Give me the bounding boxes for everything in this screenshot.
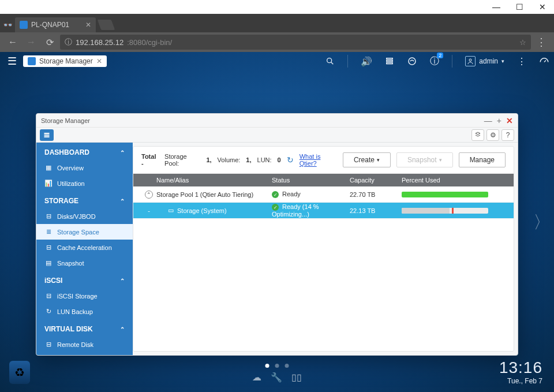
iscsi-icon: ⊟ (44, 292, 53, 300)
snapshot-button[interactable]: Snapshot▾ (396, 152, 453, 167)
help-button[interactable]: ? (501, 129, 514, 141)
book-icon[interactable]: ▯▯ (291, 372, 302, 383)
sidebar-item[interactable]: ▦Overview (36, 160, 133, 176)
table-row[interactable]: ⌃Storage Pool 1 (Qtier Auto Tiering)✓Rea… (133, 186, 514, 203)
svg-rect-8 (44, 133, 50, 134)
tab-close-icon[interactable]: ✕ (85, 21, 91, 29)
refresh-icon[interactable]: ↻ (287, 155, 294, 165)
sidebar-item[interactable]: ⊟iSCSI Storage (36, 288, 133, 304)
tasks-icon[interactable] (385, 57, 394, 66)
svg-point-5 (409, 58, 415, 65)
sidebar-section-header[interactable]: VIRTUAL DISK⌃ (36, 319, 133, 337)
separator (452, 55, 452, 68)
create-button[interactable]: Create▾ (343, 152, 391, 167)
pools-label: Storage Pool: (164, 153, 200, 167)
bookmark-star-icon[interactable]: ☆ (519, 38, 526, 47)
new-tab-button[interactable] (98, 20, 115, 30)
app-window-tab[interactable]: Storage Manager ✕ (23, 55, 107, 67)
sidebar-item[interactable]: ⊟Remote Disk (36, 337, 133, 352)
caret-down-icon: ▾ (439, 157, 442, 163)
qtier-help-link[interactable]: What is Qtier? (300, 153, 337, 167)
expand-toggle-icon[interactable]: ⌃ (145, 191, 153, 199)
pager-dot[interactable] (285, 364, 289, 368)
window-toolbar: ⚙ ? (36, 128, 518, 143)
sidebar: DASHBOARD⌃▦Overview📊UtilizationSTORAGE⌃⊟… (36, 143, 133, 355)
total-label: Total - (141, 153, 159, 167)
cell-status: ✓Ready (14 % Optimizing...) (272, 203, 350, 218)
sidebar-item[interactable]: ↻LUN Backup (36, 304, 133, 319)
table-body: ⌃Storage Pool 1 (Qtier Auto Tiering)✓Rea… (133, 186, 514, 219)
sidebar-item[interactable]: ⊟Disks/VJBOD (36, 208, 133, 224)
pager-dot[interactable] (275, 364, 279, 368)
usage-bar (402, 208, 488, 214)
window-minimize-button[interactable]: — (485, 0, 508, 14)
volume-icon[interactable]: 🔊 (361, 56, 372, 67)
sidebar-section-header[interactable]: DASHBOARD⌃ (36, 143, 133, 160)
key-icon[interactable]: 🔧 (271, 372, 282, 383)
devices-icon[interactable] (407, 56, 417, 66)
svg-rect-3 (387, 61, 393, 62)
lun-backup-icon: ↻ (44, 308, 53, 315)
notification-badge: 2 (437, 53, 443, 58)
sidebar-item-label: Utilization (57, 180, 85, 187)
reload-button[interactable]: ⟳ (42, 34, 58, 50)
url-host: 192.168.25.12 (76, 38, 123, 47)
sidebar-item[interactable]: 📊Utilization (36, 176, 133, 191)
status-ok-icon: ✓ (272, 204, 279, 211)
storage-space-icon: ≣ (44, 228, 53, 236)
forward-button[interactable]: → (23, 34, 39, 50)
dashboard-meter-icon[interactable] (539, 56, 549, 66)
window-close-x-icon[interactable]: ✕ (506, 116, 513, 125)
sidebar-item[interactable]: ⊟External Device (36, 352, 133, 355)
main-menu-button[interactable]: ☰ (5, 54, 20, 69)
pager-dot[interactable] (265, 364, 269, 368)
search-icon[interactable] (325, 57, 335, 66)
window-title: Storage Manager (41, 117, 90, 124)
qtier-button[interactable] (471, 129, 484, 141)
bottom-tray-icons: ☁ 🔧 ▯▯ (252, 372, 302, 383)
col-status-header: Status (272, 177, 350, 184)
notifications-icon[interactable]: ⓘ2 (430, 55, 439, 68)
desktop-pager[interactable] (265, 364, 289, 368)
more-menu-button[interactable]: ⋮ (517, 56, 526, 67)
view-toggle-button[interactable] (40, 129, 54, 141)
table-row[interactable]: -▭Storage (System)✓Ready (14 % Optimizin… (133, 203, 514, 219)
collapse-minus-icon[interactable]: - (145, 207, 152, 214)
manage-button[interactable]: Manage (459, 152, 506, 167)
chevron-up-icon: ⌃ (120, 198, 125, 204)
cell-capacity: 22.70 TB (350, 191, 402, 198)
caret-down-icon: ▾ (377, 157, 380, 163)
incognito-icon: 👓 (0, 17, 15, 32)
window-maximize-plus-icon[interactable]: + (497, 116, 501, 125)
recycle-bin-icon[interactable]: ♻ (9, 361, 30, 384)
site-info-icon[interactable]: ⓘ (65, 37, 72, 47)
window-minimize-dash-icon[interactable]: — (484, 116, 492, 125)
address-bar[interactable]: ⓘ 192.168.25.12:8080/cgi-bin/ ☆ (60, 35, 531, 50)
window-close-button[interactable]: ✕ (531, 0, 554, 14)
sidebar-section-header[interactable]: iSCSI⌃ (36, 271, 133, 288)
window-titlebar[interactable]: Storage Manager — + ✕ (36, 114, 518, 128)
sidebar-item[interactable]: ▤Snapshot (36, 255, 133, 271)
browser-tab[interactable]: PL-QNAP01 ✕ (15, 17, 96, 32)
settings-gear-button[interactable]: ⚙ (486, 129, 499, 141)
cell-status: ✓Ready (272, 191, 350, 199)
cloud-icon[interactable]: ☁ (252, 372, 261, 383)
sidebar-item[interactable]: ≣Storage Space (36, 224, 133, 240)
sidebar-item[interactable]: ⊟Cache Acceleration (36, 240, 133, 255)
svg-point-6 (469, 59, 471, 61)
disks-icon: ⊟ (44, 212, 53, 220)
sidebar-item-label: Remote Disk (57, 341, 93, 348)
svg-line-1 (331, 62, 334, 65)
cell-name: Storage Pool 1 (Qtier Auto Tiering) (156, 191, 272, 198)
sidebar-section-header[interactable]: STORAGE⌃ (36, 191, 133, 208)
chevron-up-icon: ⌃ (120, 326, 125, 333)
browser-tab-title: PL-QNAP01 (31, 21, 69, 29)
sidebar-item-label: Snapshot (57, 260, 84, 267)
back-button[interactable]: ← (5, 34, 21, 50)
browser-menu-button[interactable]: ⋮ (533, 36, 549, 48)
window-maximize-button[interactable]: ☐ (508, 0, 531, 14)
next-page-arrow[interactable]: 〉 (533, 210, 551, 234)
user-menu[interactable]: admin ▾ (465, 56, 504, 66)
clock-date: Tue., Feb 7 (499, 377, 542, 385)
app-tab-close-icon[interactable]: ✕ (96, 57, 102, 65)
